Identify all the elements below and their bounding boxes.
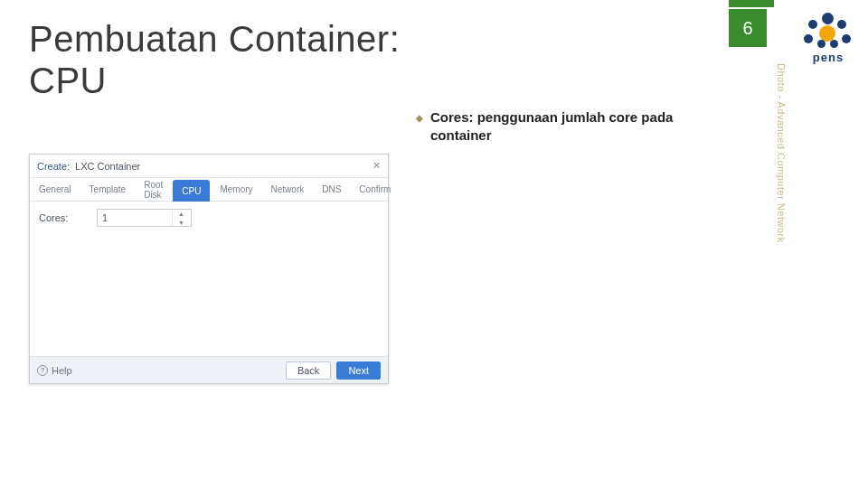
slide-root: Pembuatan Container: CPU 6 pens Dhoto - … (0, 0, 868, 488)
page-number: 6 (742, 18, 752, 39)
close-icon[interactable]: ✕ (373, 160, 381, 172)
pens-logo: pens (801, 13, 855, 64)
help-icon: ? (37, 365, 48, 376)
bullet-row: ◆ Cores: penggunaan jumlah core pada con… (416, 108, 714, 145)
help-button[interactable]: ? Help (37, 365, 72, 376)
cores-row: Cores: ▲ ▼ (30, 202, 388, 234)
title-line-2: CPU (29, 61, 107, 100)
pens-logo-text: pens (813, 51, 844, 64)
cores-stepper[interactable]: ▲ ▼ (97, 209, 192, 227)
page-number-badge: 6 (729, 9, 767, 47)
dialog-footer: ? Help Back Next (30, 356, 388, 383)
title-line-1: Pembuatan Container: (29, 19, 400, 59)
chevron-down-icon[interactable]: ▼ (173, 218, 190, 227)
tab-dns[interactable]: DNS (313, 178, 350, 201)
tab-cpu[interactable]: CPU (173, 180, 210, 202)
bullet-text: Cores: penggunaan jumlah core pada conta… (430, 108, 714, 145)
tab-confirm[interactable]: Confirm (350, 178, 400, 201)
help-label: Help (52, 365, 72, 376)
tab-template[interactable]: Template (80, 178, 136, 201)
dialog-tabs: General Template Root Disk CPU Memory Ne… (30, 178, 388, 202)
next-button[interactable]: Next (336, 361, 381, 380)
create-container-dialog: Create: LXC Container ✕ General Template… (29, 154, 389, 384)
tab-root-disk[interactable]: Root Disk (135, 178, 172, 201)
bullet-marker-icon: ◆ (416, 112, 423, 145)
chevron-up-icon[interactable]: ▲ (173, 209, 190, 218)
slide-title: Pembuatan Container: CPU (29, 18, 400, 101)
cores-input[interactable] (98, 212, 172, 223)
dialog-header-title: LXC Container (75, 161, 140, 172)
tab-network[interactable]: Network (262, 178, 314, 201)
pens-logo-icon (801, 13, 855, 49)
cores-label: Cores: (39, 212, 88, 223)
side-credit: Dhoto - Advanced Computer Network (776, 63, 787, 289)
accent-bar (729, 0, 774, 7)
dialog-header: Create: LXC Container ✕ (30, 155, 388, 178)
back-button[interactable]: Back (286, 361, 331, 380)
tab-memory[interactable]: Memory (211, 178, 261, 201)
dialog-header-action: Create: (37, 161, 70, 172)
tab-general[interactable]: General (30, 178, 80, 201)
cores-spinner: ▲ ▼ (172, 209, 190, 227)
